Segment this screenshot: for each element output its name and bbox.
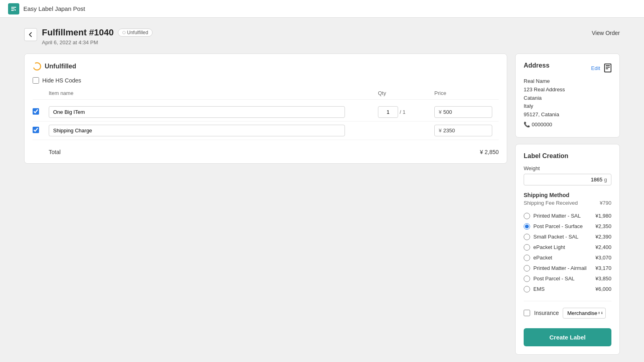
shipping-radio-ems[interactable]	[524, 286, 530, 292]
row1-qty-input[interactable]	[378, 106, 398, 118]
table-row: / 1 ¥ 500	[33, 103, 499, 121]
col-item-header: Item name	[49, 90, 378, 96]
address-header-row: Address Edit	[524, 62, 611, 74]
row2-price-wrap: ¥ 2350	[434, 125, 492, 136]
shipping-price-post-parcel-surface: ¥2,350	[595, 223, 611, 229]
fulfillment-date: April 6, 2022 at 4:34 PM	[42, 39, 153, 45]
app-header: Easy Label Japan Post	[0, 0, 644, 18]
shipping-option-printed-matter-airmail: Printed Matter - Airmail¥3,170	[524, 263, 611, 274]
weight-label: Weight	[524, 165, 611, 171]
section-title: Unfulfilled	[45, 63, 76, 70]
row2-price-value: 2350	[443, 128, 488, 134]
address-name: Real Name	[524, 77, 611, 86]
phone-icon: 📞	[524, 121, 530, 129]
weight-unit: g	[604, 177, 607, 183]
fulfillment-card: Unfulfilled Hide HS Codes Item name Qty …	[24, 53, 507, 164]
app-title: Easy Label Japan Post	[23, 5, 85, 12]
shipping-label-ems: EMS	[533, 286, 545, 292]
divider	[524, 301, 611, 301]
shipping-price-ems: ¥6,000	[595, 286, 611, 292]
shipping-price-small-packet-sal: ¥2,390	[595, 234, 611, 240]
shipping-method-section: Shipping Method Shipping Fee Received ¥7…	[524, 192, 611, 294]
hide-hs-label[interactable]: Hide HS Codes	[42, 77, 81, 84]
shipping-option-epacket-light: ePacket Light¥2,400	[524, 242, 611, 253]
shipping-label-post-parcel-sal: Post Parcel - SAL	[533, 276, 575, 282]
col-price-header: Price	[434, 90, 499, 96]
shipping-price-post-parcel-sal: ¥3,850	[595, 276, 611, 282]
address-edit-link[interactable]: Edit	[591, 65, 600, 71]
shipping-fee-label: Shipping Fee Received	[524, 200, 578, 206]
app-logo	[8, 3, 19, 14]
row1-price-wrap: ¥ 500	[434, 106, 492, 118]
row1-checkbox-cell	[33, 108, 49, 116]
create-label-button[interactable]: Create Label	[524, 328, 611, 346]
row2-name-cell	[49, 125, 378, 136]
back-button[interactable]	[24, 28, 37, 41]
shipping-radio-printed-matter-airmail[interactable]	[524, 265, 530, 272]
shipping-radio-printed-matter-sal[interactable]	[524, 213, 530, 219]
total-value: ¥ 2,850	[480, 149, 499, 155]
badge-label: Unfulfilled	[127, 30, 149, 35]
insurance-checkbox[interactable]	[524, 310, 530, 316]
shipping-option-small-packet-sal: Small Packet - SAL¥2,390	[524, 232, 611, 242]
shipping-option-post-parcel-sal: Post Parcel - SAL¥3,850	[524, 274, 611, 284]
shipping-option-left: ePacket Light	[524, 244, 565, 251]
shipping-label-epacket-light: ePacket Light	[533, 244, 565, 250]
row2-checkbox-cell	[33, 127, 49, 134]
shipping-radio-post-parcel-sal[interactable]	[524, 276, 530, 282]
shipping-option-left: Printed Matter - Airmail	[524, 265, 586, 272]
shipping-options-list: Printed Matter - SAL¥1,980Post Parcel - …	[524, 211, 611, 294]
shipping-fee-row: Shipping Fee Received ¥790	[524, 200, 611, 206]
address-phone: 📞 0000000	[524, 121, 611, 129]
shipping-price-printed-matter-airmail: ¥3,170	[595, 265, 611, 271]
address-city: Catania	[524, 94, 611, 103]
shipping-price-epacket-light: ¥2,400	[595, 244, 611, 250]
shipping-option-left: EMS	[524, 286, 545, 292]
shipping-label-printed-matter-airmail: Printed Matter - Airmail	[533, 265, 586, 271]
address-card: Address Edit Real Name 123 Real Address	[515, 53, 620, 138]
row2-price-symbol: ¥	[439, 128, 442, 134]
merchandise-select[interactable]: MerchandiseGiftDocumentsOther	[563, 308, 606, 319]
page-header-left: Fulfillment #1040 Unfulfilled April 6, 2…	[24, 27, 153, 45]
page-header: Fulfillment #1040 Unfulfilled April 6, 2…	[24, 27, 620, 45]
shipping-price-printed-matter-sal: ¥1,980	[595, 213, 611, 219]
unfulfilled-icon	[33, 62, 41, 71]
shipping-price-epacket: ¥3,070	[595, 255, 611, 261]
shipping-label-printed-matter-sal: Printed Matter - SAL	[533, 213, 581, 219]
view-order-link[interactable]: View Order	[592, 30, 620, 36]
fulfillment-title: Fulfillment #1040	[42, 27, 114, 38]
shipping-option-left: Small Packet - SAL	[524, 234, 578, 240]
row1-qty-divider: / 1	[400, 109, 405, 115]
row1-name-cell	[49, 106, 378, 118]
label-creation-card: Label Creation Weight g Shipping Method …	[515, 144, 620, 355]
row1-qty-cell: / 1	[378, 106, 434, 118]
row1-price-value: 500	[443, 109, 488, 115]
status-badge: Unfulfilled	[118, 29, 153, 37]
insurance-label[interactable]: Insurance	[534, 310, 559, 316]
right-column: Address Edit Real Name 123 Real Address	[515, 53, 620, 361]
shipping-option-ems: EMS¥6,000	[524, 284, 611, 294]
table-row: ¥ 2350	[33, 121, 499, 140]
row2-name-input[interactable]	[49, 125, 345, 136]
weight-input[interactable]	[528, 177, 603, 183]
table-header: Item name Qty Price	[33, 90, 499, 100]
row1-checkbox[interactable]	[33, 108, 39, 115]
row1-name-input[interactable]	[49, 106, 345, 118]
address-block: Real Name 123 Real Address Catania Italy…	[524, 77, 611, 129]
row2-checkbox[interactable]	[33, 127, 39, 133]
shipping-label-small-packet-sal: Small Packet - SAL	[533, 234, 578, 240]
shipping-option-left: ePacket	[524, 255, 552, 261]
weight-input-wrap: g	[524, 174, 611, 185]
shipping-label-epacket: ePacket	[533, 255, 552, 261]
copy-icon[interactable]	[604, 64, 611, 72]
col-qty-header: Qty	[378, 90, 434, 96]
hide-hs-row: Hide HS Codes	[33, 77, 499, 84]
shipping-radio-epacket-light[interactable]	[524, 244, 530, 251]
address-postal: 95127, Catania	[524, 111, 611, 119]
shipping-radio-small-packet-sal[interactable]	[524, 234, 530, 240]
phone-number: 0000000	[532, 121, 552, 129]
shipping-radio-post-parcel-surface[interactable]	[524, 223, 530, 230]
section-header: Unfulfilled	[33, 62, 499, 71]
hide-hs-checkbox[interactable]	[33, 77, 39, 84]
shipping-radio-epacket[interactable]	[524, 255, 530, 261]
